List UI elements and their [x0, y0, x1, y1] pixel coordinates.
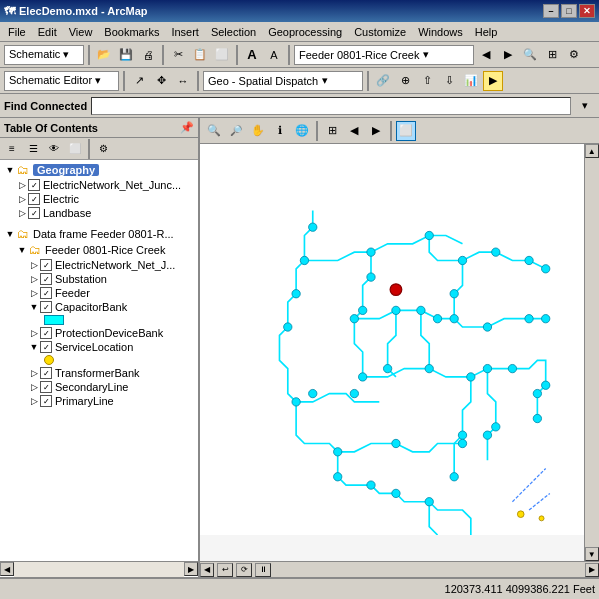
- checkbox-electric[interactable]: ✓: [28, 193, 40, 205]
- tree-item-elecnet[interactable]: ▷ ✓ ElectricNetwork_Net_Junc...: [0, 178, 198, 192]
- expand-primary[interactable]: ▷: [28, 395, 40, 407]
- toc-pin-icon[interactable]: 📌: [180, 121, 194, 134]
- menu-insert[interactable]: Insert: [165, 24, 205, 40]
- map-pan-icon[interactable]: ✋: [248, 121, 268, 141]
- scroll-down-btn[interactable]: ▼: [585, 547, 599, 561]
- toc-options-icon[interactable]: ⚙: [93, 139, 113, 159]
- checkbox-feeder[interactable]: ✓: [40, 287, 52, 299]
- tree-item-feeder-layer[interactable]: ▷ ✓ Feeder: [0, 286, 198, 300]
- expand-geography[interactable]: ▼: [4, 164, 16, 176]
- menu-geoprocessing[interactable]: Geoprocessing: [262, 24, 348, 40]
- open-icon[interactable]: 📂: [94, 45, 114, 65]
- checkbox-secondary[interactable]: ✓: [40, 381, 52, 393]
- menu-view[interactable]: View: [63, 24, 99, 40]
- text-a-icon[interactable]: A: [242, 45, 262, 65]
- editor-dropdown[interactable]: Schematic Editor ▾: [4, 71, 119, 91]
- tree-item-protection[interactable]: ▷ ✓ ProtectionDeviceBank: [0, 326, 198, 340]
- tree-item-transformer[interactable]: ▷ ✓ TransformerBank: [0, 366, 198, 380]
- map-nav2[interactable]: ⟳: [236, 563, 252, 577]
- checkbox-landbase[interactable]: ✓: [28, 207, 40, 219]
- expand-transformer[interactable]: ▷: [28, 367, 40, 379]
- map-globe-icon[interactable]: 🌐: [292, 121, 312, 141]
- expand-dataframe[interactable]: ▼: [4, 228, 16, 240]
- tree-item-electric[interactable]: ▷ ✓ Electric: [0, 192, 198, 206]
- expand-capacitor[interactable]: ▼: [28, 301, 40, 313]
- edit-tool2-icon[interactable]: ✥: [151, 71, 171, 91]
- tool3-icon[interactable]: ⬜: [212, 45, 232, 65]
- expand-icon[interactable]: ⊕: [395, 71, 415, 91]
- checkbox-capacitor[interactable]: ✓: [40, 301, 52, 313]
- tool2-icon[interactable]: 📋: [190, 45, 210, 65]
- maximize-button[interactable]: □: [561, 4, 577, 18]
- map-zoom-out-icon[interactable]: 🔎: [226, 121, 246, 141]
- map-select-icon[interactable]: ⬜: [396, 121, 416, 141]
- find-options-icon[interactable]: ▾: [575, 96, 595, 116]
- nav-fwd-icon[interactable]: ▶: [498, 45, 518, 65]
- find-connected-input[interactable]: [91, 97, 571, 115]
- schematic-dropdown[interactable]: Schematic ▾: [4, 45, 84, 65]
- expand-protection[interactable]: ▷: [28, 327, 40, 339]
- print-icon[interactable]: 🖨: [138, 45, 158, 65]
- checkbox-elecnet2[interactable]: ✓: [40, 259, 52, 271]
- map-nav1[interactable]: ↩: [217, 563, 233, 577]
- toc-list-icon[interactable]: ≡: [2, 139, 22, 159]
- menu-windows[interactable]: Windows: [412, 24, 469, 40]
- settings-icon[interactable]: ⚙: [564, 45, 584, 65]
- expand-elecnet[interactable]: ▷: [16, 179, 28, 191]
- expand-feeder-group[interactable]: ▼: [16, 244, 28, 256]
- menu-edit[interactable]: Edit: [32, 24, 63, 40]
- menu-bookmarks[interactable]: Bookmarks: [98, 24, 165, 40]
- tool1-icon[interactable]: ✂: [168, 45, 188, 65]
- tree-item-elecnet2[interactable]: ▷ ✓ ElectricNetwork_Net_J...: [0, 258, 198, 272]
- tree-item-primary[interactable]: ▷ ✓ PrimaryLine: [0, 394, 198, 408]
- menu-file[interactable]: File: [2, 24, 32, 40]
- zoom-icon[interactable]: 🔍: [520, 45, 540, 65]
- text-a2-icon[interactable]: A: [264, 45, 284, 65]
- tree-item-service[interactable]: ▼ ✓ ServiceLocation: [0, 340, 198, 354]
- menu-customize[interactable]: Customize: [348, 24, 412, 40]
- link-icon[interactable]: 🔗: [373, 71, 393, 91]
- toc-scroll-right[interactable]: ▶: [184, 562, 198, 576]
- tree-item-landbase[interactable]: ▷ ✓ Landbase: [0, 206, 198, 220]
- active-icon[interactable]: ▶: [483, 71, 503, 91]
- toc-scroll-track-h[interactable]: [14, 562, 184, 577]
- tree-item-substation[interactable]: ▷ ✓ Substation: [0, 272, 198, 286]
- expand-landbase[interactable]: ▷: [16, 207, 28, 219]
- expand-feeder-layer[interactable]: ▷: [28, 287, 40, 299]
- import-icon[interactable]: ⇩: [439, 71, 459, 91]
- toc-scroll-left[interactable]: ◀: [0, 562, 14, 576]
- tree-item-geography-group[interactable]: ▼ 🗂 Geography: [0, 162, 198, 178]
- map-nextext-icon[interactable]: ▶: [366, 121, 386, 141]
- expand-elecnet2[interactable]: ▷: [28, 259, 40, 271]
- prop-icon[interactable]: 📊: [461, 71, 481, 91]
- map-fullext-icon[interactable]: ⊞: [322, 121, 342, 141]
- checkbox-protection[interactable]: ✓: [40, 327, 52, 339]
- close-button[interactable]: ✕: [579, 4, 595, 18]
- map-nav3[interactable]: ⏸: [255, 563, 271, 577]
- fullext-icon[interactable]: ⊞: [542, 45, 562, 65]
- toc-source-icon[interactable]: ☰: [23, 139, 43, 159]
- toc-sel-icon[interactable]: ⬜: [65, 139, 85, 159]
- expand-electric[interactable]: ▷: [16, 193, 28, 205]
- tree-item-capacitor[interactable]: ▼ ✓ CapacitorBank: [0, 300, 198, 314]
- toc-vis-icon[interactable]: 👁: [44, 139, 64, 159]
- feeder-dropdown[interactable]: Feeder 0801-Rice Creek ▾: [294, 45, 474, 65]
- save-icon[interactable]: 💾: [116, 45, 136, 65]
- map-identify-icon[interactable]: ℹ: [270, 121, 290, 141]
- checkbox-service[interactable]: ✓: [40, 341, 52, 353]
- checkbox-substation[interactable]: ✓: [40, 273, 52, 285]
- menu-help[interactable]: Help: [469, 24, 504, 40]
- edit-tool1-icon[interactable]: ↗: [129, 71, 149, 91]
- scroll-up-btn[interactable]: ▲: [585, 144, 599, 158]
- checkbox-elecnet[interactable]: ✓: [28, 179, 40, 191]
- expand-substation[interactable]: ▷: [28, 273, 40, 285]
- expand-secondary[interactable]: ▷: [28, 381, 40, 393]
- map-prevext-icon[interactable]: ◀: [344, 121, 364, 141]
- map-canvas[interactable]: [200, 144, 584, 535]
- export-icon[interactable]: ⇧: [417, 71, 437, 91]
- minimize-button[interactable]: –: [543, 4, 559, 18]
- menu-selection[interactable]: Selection: [205, 24, 262, 40]
- checkbox-primary[interactable]: ✓: [40, 395, 52, 407]
- tree-item-secondary[interactable]: ▷ ✓ SecondaryLine: [0, 380, 198, 394]
- scroll-right-btn[interactable]: ▶: [585, 563, 599, 577]
